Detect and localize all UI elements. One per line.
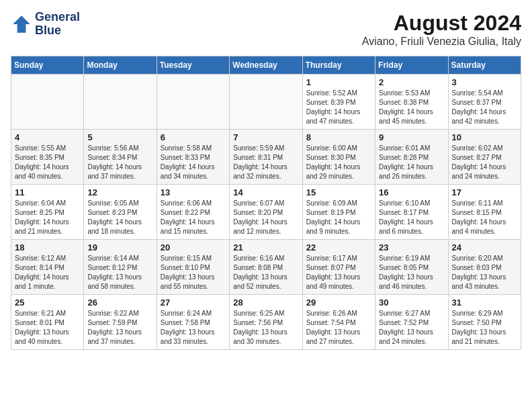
calendar-day-cell: 27Sunrise: 6:24 AM Sunset: 7:58 PM Dayli…	[157, 295, 229, 350]
day-number: 5	[87, 132, 152, 142]
calendar-day-cell: 31Sunrise: 6:29 AM Sunset: 7:50 PM Dayli…	[448, 295, 521, 350]
day-detail: Sunrise: 5:52 AM Sunset: 8:39 PM Dayligh…	[306, 89, 371, 126]
logo-icon	[11, 13, 32, 35]
day-number: 16	[379, 187, 444, 197]
day-number: 15	[306, 187, 371, 197]
day-number: 3	[452, 77, 517, 87]
day-number: 17	[452, 187, 517, 197]
calendar-day-cell: 3Sunrise: 5:54 AM Sunset: 8:37 PM Daylig…	[448, 75, 521, 130]
calendar-week-row: 18Sunrise: 6:12 AM Sunset: 8:14 PM Dayli…	[11, 240, 521, 295]
calendar-day-cell: 8Sunrise: 6:00 AM Sunset: 8:30 PM Daylig…	[302, 130, 375, 185]
day-number: 20	[161, 242, 226, 253]
calendar-table: SundayMondayTuesdayWednesdayThursdayFrid…	[11, 56, 521, 350]
day-detail: Sunrise: 6:05 AM Sunset: 8:23 PM Dayligh…	[87, 199, 152, 236]
day-number: 18	[15, 242, 80, 253]
day-detail: Sunrise: 6:22 AM Sunset: 7:59 PM Dayligh…	[87, 309, 152, 347]
calendar-day-cell	[11, 75, 84, 130]
calendar-day-cell: 10Sunrise: 6:02 AM Sunset: 8:27 PM Dayli…	[448, 130, 521, 185]
calendar-week-row: 1Sunrise: 5:52 AM Sunset: 8:39 PM Daylig…	[11, 75, 521, 130]
calendar-week-row: 11Sunrise: 6:04 AM Sunset: 8:25 PM Dayli…	[11, 185, 521, 240]
day-number: 7	[233, 132, 298, 142]
day-number: 23	[379, 242, 444, 253]
calendar-day-cell: 25Sunrise: 6:21 AM Sunset: 8:01 PM Dayli…	[11, 295, 84, 350]
day-detail: Sunrise: 6:19 AM Sunset: 8:05 PM Dayligh…	[379, 254, 444, 291]
month-title: August 2024	[362, 11, 521, 36]
calendar-day-cell: 19Sunrise: 6:14 AM Sunset: 8:12 PM Dayli…	[84, 240, 157, 295]
calendar-day-cell: 14Sunrise: 6:07 AM Sunset: 8:20 PM Dayli…	[230, 185, 302, 240]
calendar-day-cell: 29Sunrise: 6:26 AM Sunset: 7:54 PM Dayli…	[302, 295, 375, 350]
day-detail: Sunrise: 6:11 AM Sunset: 8:15 PM Dayligh…	[452, 199, 517, 236]
calendar-day-cell: 30Sunrise: 6:27 AM Sunset: 7:52 PM Dayli…	[375, 295, 448, 350]
day-detail: Sunrise: 6:06 AM Sunset: 8:22 PM Dayligh…	[161, 199, 226, 236]
day-number: 22	[306, 242, 371, 253]
day-number: 31	[452, 298, 517, 308]
page-header: General Blue August 2024 Aviano, Friuli …	[11, 11, 521, 48]
calendar-day-cell: 15Sunrise: 6:09 AM Sunset: 8:19 PM Dayli…	[302, 185, 375, 240]
day-detail: Sunrise: 6:20 AM Sunset: 8:03 PM Dayligh…	[452, 254, 517, 291]
day-number: 9	[379, 132, 444, 142]
day-number: 27	[161, 298, 226, 308]
day-detail: Sunrise: 6:29 AM Sunset: 7:50 PM Dayligh…	[452, 309, 517, 347]
svg-marker-0	[13, 15, 30, 33]
day-of-week-header: Thursday	[302, 56, 375, 75]
day-detail: Sunrise: 6:17 AM Sunset: 8:07 PM Dayligh…	[306, 254, 371, 291]
calendar-day-cell	[230, 75, 302, 130]
day-detail: Sunrise: 6:27 AM Sunset: 7:52 PM Dayligh…	[379, 309, 444, 347]
calendar-day-cell: 4Sunrise: 5:55 AM Sunset: 8:35 PM Daylig…	[11, 130, 84, 185]
day-number: 6	[161, 132, 226, 142]
day-detail: Sunrise: 6:10 AM Sunset: 8:17 PM Dayligh…	[379, 199, 444, 236]
day-number: 21	[233, 242, 298, 253]
day-number: 4	[15, 132, 80, 142]
day-detail: Sunrise: 6:02 AM Sunset: 8:27 PM Dayligh…	[452, 144, 517, 181]
day-detail: Sunrise: 6:24 AM Sunset: 7:58 PM Dayligh…	[161, 309, 226, 347]
day-of-week-header: Wednesday	[230, 56, 302, 75]
calendar-day-cell: 11Sunrise: 6:04 AM Sunset: 8:25 PM Dayli…	[11, 185, 84, 240]
day-detail: Sunrise: 5:59 AM Sunset: 8:31 PM Dayligh…	[233, 144, 298, 181]
calendar-day-cell: 9Sunrise: 6:01 AM Sunset: 8:28 PM Daylig…	[375, 130, 448, 185]
calendar-day-cell: 18Sunrise: 6:12 AM Sunset: 8:14 PM Dayli…	[11, 240, 84, 295]
calendar-week-row: 4Sunrise: 5:55 AM Sunset: 8:35 PM Daylig…	[11, 130, 521, 185]
day-number: 13	[161, 187, 226, 197]
calendar-day-cell: 13Sunrise: 6:06 AM Sunset: 8:22 PM Dayli…	[157, 185, 229, 240]
day-number: 29	[306, 298, 371, 308]
day-detail: Sunrise: 5:54 AM Sunset: 8:37 PM Dayligh…	[452, 89, 517, 126]
calendar-day-cell: 17Sunrise: 6:11 AM Sunset: 8:15 PM Dayli…	[448, 185, 521, 240]
day-detail: Sunrise: 6:16 AM Sunset: 8:08 PM Dayligh…	[233, 254, 298, 291]
day-detail: Sunrise: 6:01 AM Sunset: 8:28 PM Dayligh…	[379, 144, 444, 181]
day-number: 11	[15, 187, 80, 197]
day-of-week-header: Saturday	[448, 56, 521, 75]
day-of-week-header: Monday	[84, 56, 157, 75]
day-number: 1	[306, 77, 371, 87]
day-number: 30	[379, 298, 444, 308]
location-title: Aviano, Friuli Venezia Giulia, Italy	[362, 36, 521, 48]
calendar-day-cell	[84, 75, 157, 130]
logo-text: General Blue	[35, 11, 80, 38]
day-detail: Sunrise: 6:09 AM Sunset: 8:19 PM Dayligh…	[306, 199, 371, 236]
day-number: 10	[452, 132, 517, 142]
day-number: 26	[87, 298, 152, 308]
calendar-day-cell: 26Sunrise: 6:22 AM Sunset: 7:59 PM Dayli…	[84, 295, 157, 350]
logo: General Blue	[11, 11, 80, 38]
day-detail: Sunrise: 5:58 AM Sunset: 8:33 PM Dayligh…	[161, 144, 226, 181]
day-detail: Sunrise: 6:25 AM Sunset: 7:56 PM Dayligh…	[233, 309, 298, 347]
calendar-day-cell: 6Sunrise: 5:58 AM Sunset: 8:33 PM Daylig…	[157, 130, 229, 185]
day-number: 19	[87, 242, 152, 253]
calendar-day-cell: 20Sunrise: 6:15 AM Sunset: 8:10 PM Dayli…	[157, 240, 229, 295]
day-number: 2	[379, 77, 444, 87]
calendar-day-cell: 2Sunrise: 5:53 AM Sunset: 8:38 PM Daylig…	[375, 75, 448, 130]
calendar-day-cell: 16Sunrise: 6:10 AM Sunset: 8:17 PM Dayli…	[375, 185, 448, 240]
day-number: 12	[87, 187, 152, 197]
day-of-week-header: Tuesday	[157, 56, 229, 75]
day-of-week-header: Friday	[375, 56, 448, 75]
day-number: 25	[15, 298, 80, 308]
day-detail: Sunrise: 6:07 AM Sunset: 8:20 PM Dayligh…	[233, 199, 298, 236]
day-detail: Sunrise: 6:26 AM Sunset: 7:54 PM Dayligh…	[306, 309, 371, 347]
calendar-day-cell: 23Sunrise: 6:19 AM Sunset: 8:05 PM Dayli…	[375, 240, 448, 295]
calendar-week-row: 25Sunrise: 6:21 AM Sunset: 8:01 PM Dayli…	[11, 295, 521, 350]
day-number: 14	[233, 187, 298, 197]
calendar-day-cell: 24Sunrise: 6:20 AM Sunset: 8:03 PM Dayli…	[448, 240, 521, 295]
calendar-day-cell: 5Sunrise: 5:56 AM Sunset: 8:34 PM Daylig…	[84, 130, 157, 185]
day-detail: Sunrise: 6:00 AM Sunset: 8:30 PM Dayligh…	[306, 144, 371, 181]
day-of-week-header: Sunday	[11, 56, 84, 75]
day-number: 28	[233, 298, 298, 308]
